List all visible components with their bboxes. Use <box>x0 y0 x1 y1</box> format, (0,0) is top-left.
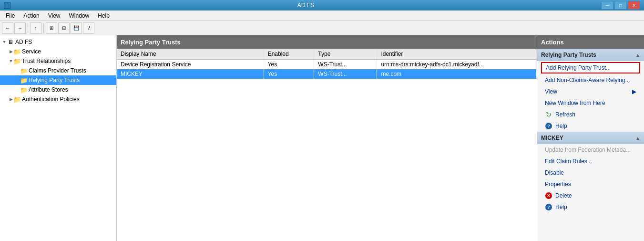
delete-icon: ✕ <box>545 192 552 199</box>
section-label-mickey: MICKEY <box>541 135 563 141</box>
actions-section-relying-party[interactable]: Relying Party Trusts ▲ <box>537 49 644 61</box>
action-label-new-window: New Window from Here <box>545 100 605 106</box>
action-view[interactable]: View ▶ <box>537 86 644 97</box>
actions-panel: Actions Relying Party Trusts ▲ Add Relyi… <box>537 35 644 241</box>
tree-item-service[interactable]: ▶ 📁 Service <box>0 47 116 56</box>
tree-label-adfs: AD FS <box>15 39 32 45</box>
tree-label-service: Service <box>22 48 41 55</box>
action-label-help-2: Help <box>555 204 567 210</box>
action-disable[interactable]: Disable <box>537 167 644 178</box>
tree-label-auth: Authentication Policies <box>22 96 80 103</box>
relying-party-table: Display Name Enabled Type Identifier Dev… <box>117 49 537 79</box>
toolbar-help[interactable]: ? <box>83 22 94 34</box>
folder-icon-auth: 📁 <box>13 95 21 103</box>
action-label-add-non-claims: Add Non-Claims-Aware Relying... <box>545 77 630 84</box>
minimize-button[interactable]: ─ <box>601 1 613 10</box>
action-label-update-federation: Update from Federation Metada... <box>545 147 631 153</box>
table-container: Display Name Enabled Type Identifier Dev… <box>117 49 537 241</box>
table-row[interactable]: Device Registration Service Yes WS-Trust… <box>117 60 537 70</box>
help-icon-1: ? <box>545 122 552 130</box>
toolbar-properties[interactable]: ⊟ <box>58 22 70 34</box>
title-bar: AD FS ─ □ ✕ <box>0 0 644 10</box>
expand-icon-auth: ▶ <box>9 97 13 102</box>
col-header-identifier[interactable]: Identifier <box>377 49 537 60</box>
action-label-view: View <box>545 88 557 95</box>
toolbar: ← → ↑ ⊞ ⊟ 💾 ? <box>0 21 644 35</box>
center-panel-header: Relying Party Trusts <box>117 35 537 49</box>
menu-bar: File Action View Window Help <box>0 10 644 21</box>
menu-action[interactable]: Action <box>20 11 43 21</box>
cell-enabled-1: Yes <box>264 60 314 70</box>
toolbar-forward[interactable]: → <box>14 22 26 34</box>
tree-item-attribute-stores[interactable]: 📁 Attribute Stores <box>0 85 116 94</box>
tree-label-trust: Trust Relationships <box>22 58 71 64</box>
action-label-add-relying-party: Add Relying Party Trust... <box>546 64 611 71</box>
maximize-button[interactable]: □ <box>614 1 627 10</box>
view-arrow-icon: ▶ <box>632 88 636 95</box>
action-add-relying-party-trust[interactable]: Add Relying Party Trust... <box>541 62 640 73</box>
action-properties[interactable]: Properties <box>537 178 644 190</box>
menu-help[interactable]: Help <box>94 11 113 21</box>
title-bar-controls: ─ □ ✕ <box>601 1 640 10</box>
actions-panel-header: Actions <box>537 35 644 49</box>
title-bar-left <box>4 2 10 9</box>
actions-section-mickey[interactable]: MICKEY ▲ <box>537 132 644 144</box>
action-help-1[interactable]: ? Help <box>537 120 644 132</box>
table-header-row: Display Name Enabled Type Identifier <box>117 49 537 60</box>
action-help-2[interactable]: ? Help <box>537 201 644 213</box>
action-update-federation: Update from Federation Metada... <box>537 144 644 156</box>
folder-icon-service: 📁 <box>13 48 21 55</box>
action-label-disable: Disable <box>545 169 564 176</box>
folder-icon-attr: 📁 <box>20 86 28 94</box>
menu-window[interactable]: Window <box>65 11 93 21</box>
folder-icon-claims: 📁 <box>20 67 28 74</box>
cell-identifier-2: me.com <box>377 69 537 79</box>
close-button[interactable]: ✕ <box>628 1 640 10</box>
section-collapse-arrow-2: ▲ <box>635 136 640 141</box>
toolbar-show-hide[interactable]: ⊞ <box>46 22 57 34</box>
center-panel-title: Relying Party Trusts <box>121 39 181 46</box>
action-label-refresh: Refresh <box>555 111 575 118</box>
action-label-help-1: Help <box>555 123 567 129</box>
col-header-enabled[interactable]: Enabled <box>264 49 314 60</box>
tree-item-claims-provider[interactable]: 📁 Claims Provider Trusts <box>0 66 116 75</box>
toolbar-sep2 <box>43 23 44 33</box>
cell-identifier-1: urn:ms-drs:mickey-adfs-dc1.mickeyadf... <box>377 60 537 70</box>
tree-label-claims: Claims Provider Trusts <box>29 67 86 74</box>
help-icon-2: ? <box>545 203 552 211</box>
expand-icon-trust: ▼ <box>9 59 13 63</box>
menu-file[interactable]: File <box>2 11 19 21</box>
toolbar-back[interactable]: ← <box>2 22 13 34</box>
menu-view[interactable]: View <box>44 11 64 21</box>
action-add-non-claims[interactable]: Add Non-Claims-Aware Relying... <box>537 74 644 86</box>
cell-enabled-2: Yes <box>264 69 314 79</box>
toolbar-up[interactable]: ↑ <box>30 22 41 34</box>
main-layout: ▼ 🖥 AD FS ▶ 📁 Service ▼ 📁 Trust Relation… <box>0 35 644 241</box>
action-delete[interactable]: ✕ Delete <box>537 190 644 201</box>
tree-item-trust-relationships[interactable]: ▼ 📁 Trust Relationships <box>0 56 116 66</box>
tree-label-attr: Attribute Stores <box>29 86 68 93</box>
toolbar-save[interactable]: 💾 <box>71 22 82 34</box>
action-label-delete: Delete <box>555 192 572 199</box>
col-header-display-name[interactable]: Display Name <box>117 49 264 60</box>
section-label-relying-party: Relying Party Trusts <box>541 52 596 58</box>
actions-panel-title: Actions <box>541 39 564 46</box>
tree-item-relying-party[interactable]: 📁 Relying Party Trusts <box>0 75 116 85</box>
tree-panel: ▼ 🖥 AD FS ▶ 📁 Service ▼ 📁 Trust Relation… <box>0 35 117 241</box>
computer-icon: 🖥 <box>7 38 14 46</box>
action-edit-claim-rules[interactable]: Edit Claim Rules... <box>537 156 644 167</box>
expand-icon-service: ▶ <box>9 49 13 54</box>
expand-icon-adfs: ▼ <box>2 40 7 44</box>
cell-type-1: WS-Trust... <box>314 60 377 70</box>
action-refresh[interactable]: ↻ Refresh <box>537 109 644 120</box>
action-new-window[interactable]: New Window from Here <box>537 97 644 109</box>
tree-item-auth-policies[interactable]: ▶ 📁 Authentication Policies <box>0 94 116 104</box>
app-icon <box>4 2 10 9</box>
table-row[interactable]: MICKEY Yes WS-Trust... me.com <box>117 69 537 79</box>
tree-label-relying: Relying Party Trusts <box>29 77 80 84</box>
tree-item-adfs[interactable]: ▼ 🖥 AD FS <box>0 37 116 47</box>
action-label-properties: Properties <box>545 181 571 188</box>
folder-icon-relying: 📁 <box>20 76 28 84</box>
col-header-type[interactable]: Type <box>314 49 377 60</box>
cell-type-2: WS-Trust... <box>314 69 377 79</box>
